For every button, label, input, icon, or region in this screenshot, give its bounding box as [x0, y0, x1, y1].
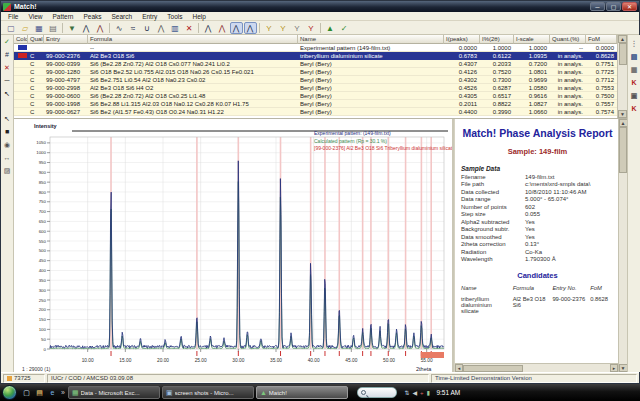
- explorer-icon[interactable]: ▤: [34, 387, 45, 399]
- experimental-pattern-row[interactable]: --Experimental pattern (149-film.txt)0.0…: [14, 44, 627, 52]
- new-document-icon[interactable]: ▢: [5, 22, 18, 34]
- strip-alpha2-icon[interactable]: ⋀: [155, 22, 168, 34]
- save-icon[interactable]: ▦: [33, 22, 46, 34]
- menu-file[interactable]: File: [3, 12, 23, 21]
- taskbar-window-data[interactable]: ▦Data - Microsoft Exc...: [68, 386, 160, 399]
- show-experimental-icon[interactable]: ⋀: [202, 22, 215, 34]
- remove-line-icon[interactable]: ─: [1, 75, 13, 86]
- quicklaunch-overflow-icon[interactable]: »: [61, 389, 65, 396]
- drag-handle-icon[interactable]: ⋮: [628, 38, 640, 49]
- filter-icon[interactable]: Y: [263, 22, 276, 34]
- maximize-button[interactable]: ▢: [606, 2, 621, 11]
- bar-chart-icon[interactable]: ▥: [169, 22, 182, 34]
- column-header-i-2-[interactable]: I%(2θ): [480, 35, 514, 44]
- show-difference-icon[interactable]: ⋀: [230, 22, 243, 34]
- menu-help[interactable]: Help: [187, 12, 210, 21]
- column-header-quant-[interactable]: Quant.(%): [550, 35, 586, 44]
- report-field: Wavelength1.790300 Å: [461, 256, 614, 262]
- accept-icon[interactable]: ✓: [338, 22, 351, 34]
- taskbar-window-match[interactable]: ▲Match!: [256, 386, 348, 399]
- scroll-down-icon[interactable]: ▼: [618, 110, 627, 118]
- toolbar-separator: [62, 23, 63, 33]
- column-header-entry[interactable]: Entry: [44, 35, 88, 44]
- report-vertical-scrollbar[interactable]: ▲ ▼: [618, 119, 627, 372]
- zoom-select-icon[interactable]: ↖: [1, 113, 13, 124]
- filter-edit-icon[interactable]: Y: [291, 22, 304, 34]
- scroll-left-icon[interactable]: ◂: [455, 364, 463, 372]
- pointer-icon[interactable]: ↖: [1, 88, 13, 99]
- filter-remove-icon[interactable]: Y: [305, 22, 318, 34]
- scroll-up-icon[interactable]: ▲: [618, 35, 627, 43]
- scroll-thumb[interactable]: [619, 43, 627, 65]
- table-row[interactable]: C99-000-1280Si6 O18 Be2.52 Li0.755 Al2.0…: [14, 68, 627, 76]
- show-profile-icon[interactable]: ⋀: [244, 22, 257, 34]
- run-search-match-icon[interactable]: ▲: [324, 22, 337, 34]
- column-header-qual-[interactable]: Qual.: [28, 35, 44, 44]
- filter-add-icon[interactable]: Y: [277, 22, 290, 34]
- security-icon[interactable]: +: [420, 390, 424, 396]
- scroll-thumb[interactable]: [619, 127, 627, 173]
- table-row[interactable]: C99-000-1998Si6 Be2.88 Li1.315 Al2.03 O1…: [14, 100, 627, 108]
- battery-icon[interactable]: ▮: [427, 389, 430, 396]
- smooth-data-icon[interactable]: ≈: [127, 22, 140, 34]
- taskbar-search-box[interactable]: [357, 387, 397, 398]
- print-report-icon[interactable]: ▣: [628, 90, 640, 101]
- column-header-formula[interactable]: Formula: [88, 35, 298, 44]
- table-row[interactable]: C99-000-0627Si6 Be2 (Al1.57 Fe0.43) O18 …: [14, 108, 627, 116]
- crystal-impact-k-icon[interactable]: K: [628, 77, 640, 88]
- start-button[interactable]: [2, 385, 17, 400]
- column-header-i-scale[interactable]: I-scale: [514, 35, 550, 44]
- show-desktop-icon[interactable]: ▢: [21, 387, 32, 399]
- delete-pattern-icon[interactable]: ✕: [183, 22, 196, 34]
- column-header-fom[interactable]: FoM: [586, 35, 617, 44]
- column-header-name[interactable]: Name: [298, 35, 444, 44]
- data-sheet-icon[interactable]: ▦: [628, 64, 640, 75]
- select-entries-icon[interactable]: ✓: [1, 36, 13, 47]
- minimize-button[interactable]: ─: [590, 2, 605, 11]
- table-row[interactable]: C99-000-2998Al2 Be3 O18 Si6 H4 O2Beryl (…: [14, 84, 627, 92]
- table-row[interactable]: C99-000-2376Al2 Be3 O18 Si6triberyllium …: [14, 52, 627, 60]
- volume-icon[interactable]: ◀: [412, 389, 417, 396]
- peak-search-icon[interactable]: ⋀: [80, 22, 93, 34]
- highlight-band[interactable]: [421, 352, 444, 358]
- menu-pattern[interactable]: Pattern: [47, 12, 78, 21]
- menu-entry[interactable]: Entry: [137, 12, 162, 21]
- candidate-list-scrollbar[interactable]: ▲ ▼: [617, 35, 627, 118]
- import-pattern-icon[interactable]: ▼: [66, 22, 79, 34]
- diffraction-chart[interactable]: 0501001502002503003504004505005506006507…: [14, 119, 452, 372]
- menu-search[interactable]: Search: [107, 12, 138, 21]
- marker-icon[interactable]: ■: [1, 126, 13, 137]
- menu-view[interactable]: View: [23, 12, 47, 21]
- menu-tools[interactable]: Tools: [162, 12, 187, 21]
- show-candidates-icon[interactable]: ⋀: [216, 22, 229, 34]
- menu-peaks[interactable]: Peaks: [78, 12, 106, 21]
- scroll-thumb[interactable]: [463, 365, 523, 372]
- scroll-down-icon[interactable]: ▼: [619, 364, 628, 372]
- column-header-i-peaks-[interactable]: I(peaks): [444, 35, 480, 44]
- title-bar[interactable]: Match! ─ ▢ ✕: [1, 1, 639, 12]
- delete-entry-icon[interactable]: ✕: [1, 62, 13, 73]
- raw-data-icon[interactable]: ∿: [113, 22, 126, 34]
- taskbar-window-screen[interactable]: ▣screen shots - Micro...: [162, 386, 254, 399]
- measure-distance-icon[interactable]: ↔: [1, 152, 13, 163]
- table-row[interactable]: C99-000-4797Si6 Be2.751 Li0.54 Al2 O18 N…: [14, 76, 627, 84]
- print-icon[interactable]: ▤: [47, 22, 60, 34]
- open-file-icon[interactable]: ▱: [19, 22, 32, 34]
- column-header-color[interactable]: Color: [14, 35, 28, 44]
- export-report-icon[interactable]: K: [628, 103, 640, 114]
- report-horizontal-scrollbar[interactable]: ◂ ▸: [455, 363, 618, 372]
- copy-view-icon[interactable]: ▨: [1, 165, 13, 176]
- scroll-right-icon[interactable]: ▸: [610, 364, 618, 372]
- zoom-in-icon[interactable]: ◉: [1, 139, 13, 150]
- candidates-row[interactable]: triberyllium dialuminium silicateAl2 Be3…: [461, 296, 614, 314]
- peak-edit-icon[interactable]: ⋀: [94, 22, 107, 34]
- internet-explorer-icon[interactable]: e: [47, 387, 58, 399]
- scroll-up-icon[interactable]: ▲: [619, 119, 628, 127]
- table-row[interactable]: C99-000-0600Si6 (Be2.28 Zn0.72) Al2 O18 …: [14, 92, 627, 100]
- table-row[interactable]: C99-000-0399Si6 (Be2.28 Zn0.72) Al2 O18 …: [14, 60, 627, 68]
- close-button[interactable]: ✕: [622, 2, 637, 11]
- network-icon[interactable]: ⇅: [404, 389, 409, 396]
- entry-numbers-icon[interactable]: #: [1, 49, 13, 60]
- report-view-icon[interactable]: ▤: [628, 51, 640, 62]
- subtract-background-icon[interactable]: ∪: [141, 22, 154, 34]
